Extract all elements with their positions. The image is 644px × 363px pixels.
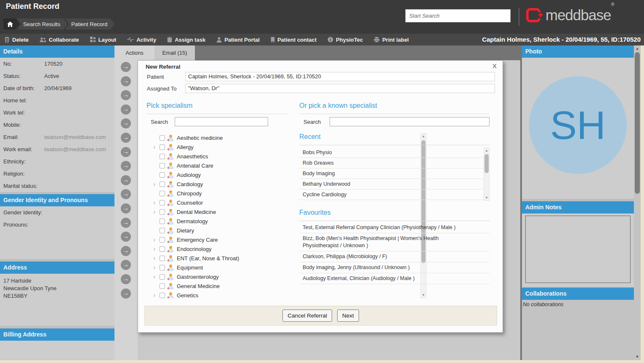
layout-button[interactable]: Layout: [90, 37, 117, 43]
close-icon[interactable]: X: [492, 62, 497, 69]
expand-arrow-button[interactable]: →: [121, 203, 131, 214]
expand-chevron-icon[interactable]: ›: [152, 209, 157, 215]
recent-specialist-item[interactable]: Cycline Cardiology: [299, 190, 490, 200]
specialism-checkbox[interactable]: [160, 265, 165, 270]
specialism-label[interactable]: Anaesthetics: [177, 153, 208, 160]
specialism-label[interactable]: Equipment: [177, 264, 203, 271]
global-search-input[interactable]: [405, 9, 511, 22]
specialism-label[interactable]: Genetics: [177, 292, 198, 299]
expand-arrow-button[interactable]: →: [121, 189, 131, 199]
expand-arrow-button[interactable]: →: [121, 76, 131, 86]
scroll-thumb[interactable]: [484, 154, 489, 173]
specialism-checkbox[interactable]: [160, 144, 165, 150]
favourite-specialist-item[interactable]: Body imaging, Jenny (Ultrasound / Unknow…: [299, 262, 490, 273]
recent-specialist-item[interactable]: Bobs Physio: [299, 147, 490, 158]
expand-chevron-icon[interactable]: ›: [152, 265, 157, 270]
scroll-down-icon[interactable]: ▼: [421, 293, 426, 297]
specialism-checkbox[interactable]: [160, 209, 165, 215]
specialism-label[interactable]: Audiology: [177, 172, 201, 178]
favourite-specialist-item[interactable]: Test, External Referral Company Clinicia…: [299, 222, 490, 233]
activity-button[interactable]: Activity: [127, 37, 156, 43]
expand-chevron-icon[interactable]: ›: [152, 246, 157, 252]
specialism-checkbox[interactable]: [160, 135, 165, 141]
breadcrumb-home[interactable]: [3, 19, 20, 29]
recent-specialist-item[interactable]: Bethany Underwood: [299, 179, 490, 190]
specialism-checkbox[interactable]: [160, 256, 165, 261]
cancel-referral-button[interactable]: Cancel Referral: [282, 310, 332, 322]
specialism-label[interactable]: Dental Medicine: [177, 209, 216, 215]
specialism-checkbox[interactable]: [160, 228, 165, 233]
assigned-to-field[interactable]: "Watson, Dr": [185, 84, 495, 93]
expand-chevron-icon[interactable]: ›: [152, 293, 157, 298]
tab-email[interactable]: Email (15): [154, 45, 195, 60]
patient-portal-button[interactable]: Patient Portal: [216, 37, 260, 43]
expand-arrow-button[interactable]: →: [121, 62, 131, 72]
specialism-checkbox[interactable]: [160, 237, 165, 243]
sidebar-scrollbar[interactable]: ▲ ▼: [634, 45, 641, 360]
scroll-up-icon[interactable]: ▲: [421, 134, 426, 138]
specialism-checkbox[interactable]: [160, 293, 165, 298]
specialism-label[interactable]: ENT (Ear, Nose & Throat): [177, 255, 239, 262]
print-label-button[interactable]: Print label: [374, 37, 409, 43]
scroll-thumb[interactable]: [635, 52, 640, 194]
expand-chevron-icon[interactable]: ›: [152, 144, 157, 150]
specialism-checkbox[interactable]: [160, 283, 165, 289]
specialism-checkbox[interactable]: [160, 219, 165, 224]
specialism-label[interactable]: General Medicine: [177, 283, 220, 289]
specialist-search-input[interactable]: [330, 117, 490, 126]
specialism-label[interactable]: Allergy: [177, 144, 194, 150]
specialism-search-input[interactable]: [175, 117, 268, 126]
breadcrumb-item-patient-record[interactable]: Patient Record: [65, 19, 115, 29]
specialism-checkbox[interactable]: [160, 163, 165, 168]
specialism-checkbox[interactable]: [160, 274, 165, 280]
specialism-checkbox[interactable]: [160, 154, 165, 159]
scroll-down-icon[interactable]: ▼: [634, 355, 641, 359]
scroll-up-icon[interactable]: ▲: [484, 149, 489, 152]
tab-actions[interactable]: Actions: [114, 45, 154, 60]
expand-arrow-button[interactable]: →: [121, 90, 131, 100]
specialism-label[interactable]: Dermatology: [177, 218, 208, 224]
expand-arrow-button[interactable]: →: [121, 232, 131, 242]
admin-notes-box[interactable]: [525, 216, 631, 283]
favourite-specialist-item[interactable]: Bizz, Bob (Men's Health Physiotherapist …: [299, 233, 490, 251]
delete-button[interactable]: Delete: [4, 37, 29, 43]
specialism-label[interactable]: Dietary: [177, 227, 194, 234]
favourite-specialist-item[interactable]: Audiology External, Clinician (Audiology…: [299, 273, 490, 284]
expand-arrow-button[interactable]: →: [121, 246, 131, 256]
assign-task-button[interactable]: Assign task: [167, 37, 205, 43]
expand-chevron-icon[interactable]: ›: [152, 237, 157, 243]
specialism-label[interactable]: Antenatal Care: [177, 163, 213, 169]
expand-chevron-icon[interactable]: ›: [152, 274, 157, 280]
specialism-label[interactable]: Emergency Care: [177, 237, 218, 243]
scroll-down-icon[interactable]: ▼: [484, 196, 489, 200]
expand-arrow-button[interactable]: →: [121, 133, 131, 143]
next-button[interactable]: Next: [337, 310, 359, 322]
expand-arrow-button[interactable]: →: [121, 118, 131, 128]
breadcrumb-item-search-results[interactable]: Search Results: [17, 19, 68, 29]
favourite-specialist-item[interactable]: Clarkson, Philippa (Microbiology / F): [299, 251, 490, 262]
specialism-label[interactable]: Cardiology: [177, 181, 203, 187]
expand-arrow-button[interactable]: →: [121, 260, 131, 270]
expand-arrow-button[interactable]: →: [121, 274, 131, 284]
expand-chevron-icon[interactable]: ›: [152, 256, 157, 261]
expand-arrow-button[interactable]: →: [121, 161, 131, 171]
patient-contact-button[interactable]: Patient contact: [271, 37, 317, 43]
collaborate-button[interactable]: Collaborate: [40, 37, 79, 43]
expand-arrow-button[interactable]: →: [121, 104, 131, 115]
recent-specialist-item[interactable]: Body Imaging: [299, 168, 490, 179]
expand-arrow-button[interactable]: →: [121, 147, 131, 157]
patient-field[interactable]: Captain Holmes, Sherlock - 20/04/1969, 5…: [185, 72, 495, 81]
specialism-checkbox[interactable]: [160, 246, 165, 252]
specialism-checkbox[interactable]: [160, 191, 165, 196]
expand-arrow-button[interactable]: →: [121, 288, 131, 299]
physiotec-button[interactable]: PhysioTec: [327, 37, 363, 43]
specialism-label[interactable]: Gastroenterology: [177, 274, 219, 280]
expand-arrow-button[interactable]: →: [121, 218, 131, 228]
recent-specialist-item[interactable]: Rob Greaves: [299, 158, 490, 168]
scroll-up-icon[interactable]: ▲: [634, 46, 641, 51]
expand-arrow-button[interactable]: →: [121, 175, 131, 185]
expand-chevron-icon[interactable]: ›: [152, 200, 157, 206]
recent-scrollbar[interactable]: ▲ ▼: [484, 147, 490, 201]
specialism-checkbox[interactable]: [160, 172, 165, 178]
specialism-checkbox[interactable]: [160, 182, 165, 187]
